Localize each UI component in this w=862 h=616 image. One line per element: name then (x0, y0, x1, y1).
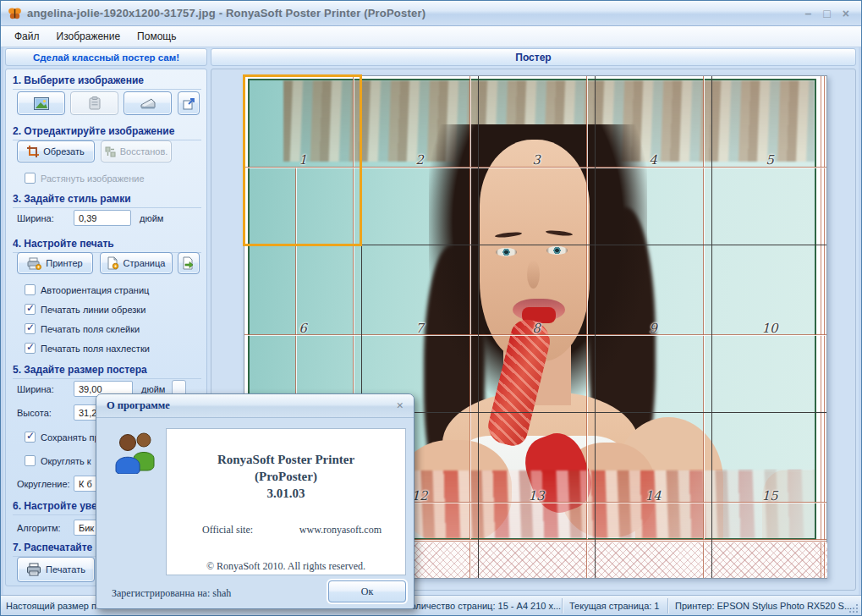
status-printer: Принтер: EPSON Stylus Photo RX520 S... (675, 601, 852, 611)
keep-ratio-checkbox[interactable] (25, 432, 36, 443)
tile-number: 13 (528, 488, 544, 503)
print-overlap-margins-checkbox[interactable] (25, 343, 36, 354)
scanner-icon (140, 97, 156, 110)
print-glue-margins-checkbox[interactable] (25, 323, 36, 334)
print-glue-margins-label: Печатать поля склейки (41, 324, 140, 334)
external-link-icon (183, 97, 195, 110)
tile-number: 5 (766, 152, 774, 168)
print-glue-margins-row: Печатать поля склейки (25, 323, 140, 334)
frame-width-input[interactable] (74, 210, 131, 226)
status-separator (562, 598, 563, 613)
menu-image[interactable]: Изображение (48, 28, 129, 45)
page-gear-icon (107, 256, 119, 270)
stretch-image-row: Растянуть изображение (25, 173, 145, 184)
round-pages-label: Округлять к (41, 456, 91, 466)
printer-gear-icon (27, 257, 41, 270)
title-bar[interactable]: angelina-jolie-1920x1200-31757.jpg - Ron… (1, 1, 861, 26)
tile-number: 3 (532, 152, 541, 168)
about-app-name-2: (ProPoster) (167, 468, 405, 485)
print-crop-lines-checkbox[interactable] (25, 304, 36, 315)
maximize-button[interactable]: □ (823, 7, 830, 20)
rounding-label: Округление: (17, 479, 70, 489)
grid-line-vertical (711, 76, 712, 578)
current-page-outline (243, 74, 362, 246)
crop-icon (27, 146, 39, 157)
crop-button[interactable]: Обрезать (17, 140, 95, 162)
paste-image-button[interactable] (70, 91, 118, 115)
crop-button-label: Обрезать (43, 146, 85, 157)
people-icon (112, 430, 161, 474)
section-2-title: 2. Отредактируйте изображение (13, 125, 201, 140)
page-arrow-icon (183, 256, 195, 270)
about-copyright: © RonyaSoft 2010. All rights reserved. (167, 560, 405, 573)
stretch-image-label: Растянуть изображение (41, 173, 145, 184)
photo-bottom-fade (645, 470, 815, 538)
round-pages-checkbox[interactable] (25, 455, 36, 466)
ok-button[interactable]: Ок (328, 580, 406, 602)
stretch-image-checkbox[interactable] (25, 173, 36, 184)
window-title: angelina-jolie-1920x1200-31757.jpg - Ron… (27, 7, 426, 19)
menu-file[interactable]: Файл (6, 28, 48, 45)
close-button[interactable]: × (843, 7, 849, 20)
page-setup-button[interactable]: Страница (100, 252, 173, 274)
print-crop-lines-row: Печатать линии обрезки (25, 304, 145, 315)
butterfly-app-icon (8, 7, 22, 20)
about-app-name: RonyaSoft Poster Printer (167, 451, 405, 468)
page-preview-button[interactable] (178, 252, 200, 274)
open-image-button[interactable] (17, 91, 65, 115)
tile-number: 14 (645, 488, 661, 503)
photo-eye (546, 246, 568, 255)
scan-image-button[interactable] (124, 91, 172, 115)
section-4-title: 4. Настройте печать (13, 238, 201, 253)
trim-line (821, 76, 821, 578)
status-separator (667, 598, 668, 613)
tile-number: 6 (299, 321, 307, 336)
tagline-banner[interactable]: Сделай классный постер сам! (5, 48, 207, 66)
about-info-panel: RonyaSoft Poster Printer (ProPoster) 3.0… (166, 428, 406, 575)
status-page-count: Количество страниц: 15 - А4 210 х... (405, 601, 561, 611)
print-button[interactable]: Печатать (17, 557, 95, 582)
keep-ratio-row: Сохранять пр (25, 432, 100, 443)
menu-help[interactable]: Помощь (129, 28, 184, 45)
trim-line (469, 76, 470, 578)
open-external-button[interactable] (178, 91, 200, 115)
printer-setup-button[interactable]: Принтер (17, 252, 93, 274)
auto-orientation-checkbox[interactable] (25, 284, 36, 295)
poster-height-label: Высота: (17, 408, 52, 418)
auto-orientation-label: Автоориентация страниц (41, 285, 149, 295)
print-overlap-margins-row: Печатать поля нахлестки (25, 343, 150, 354)
page-button-label: Страница (124, 258, 166, 268)
tile-number: 8 (532, 321, 541, 336)
section-3-title: 3. Задайте стиль рамки (13, 193, 201, 208)
tile-number: 15 (761, 488, 777, 503)
grid-line-vertical (595, 76, 596, 578)
tile-number: 4 (649, 152, 657, 168)
tile-number: 9 (649, 321, 657, 336)
print-button-label: Печатать (46, 564, 85, 575)
tile-number: 7 (415, 321, 424, 336)
minimize-button[interactable]: – (805, 7, 812, 20)
print-icon (26, 563, 41, 576)
trim-line (586, 76, 587, 578)
print-overlap-margins-label: Печатать поля нахлестки (41, 344, 150, 354)
about-dialog-title: О программе (107, 399, 170, 412)
restore-button[interactable]: Восстанов. (101, 140, 172, 162)
grid-line-vertical (478, 76, 479, 578)
tile-number: 2 (415, 152, 424, 168)
poster-width-label: Ширина: (17, 384, 54, 394)
algorithm-label: Алгоритм: (17, 523, 61, 533)
about-dialog: О программе × RonyaSoft Poster Printer (… (96, 393, 415, 609)
resize-grip[interactable] (848, 603, 859, 613)
restore-button-label: Восстанов. (120, 146, 168, 157)
print-crop-lines-label: Печатать линии обрезки (41, 305, 145, 315)
clipboard-icon (89, 96, 101, 110)
printer-button-label: Принтер (46, 258, 82, 268)
about-dialog-titlebar[interactable]: О программе × (96, 394, 414, 418)
dialog-close-icon[interactable]: × (396, 399, 404, 413)
frame-width-label: Ширина: (17, 213, 54, 223)
section-1-title: 1. Выберите изображение (13, 74, 201, 90)
about-site-url[interactable]: www.ronyasoft.com (299, 524, 382, 536)
section-5-title: 5. Задайте размер постера (13, 364, 201, 379)
tile-number: 10 (761, 321, 777, 336)
keep-ratio-label: Сохранять пр (41, 432, 100, 443)
